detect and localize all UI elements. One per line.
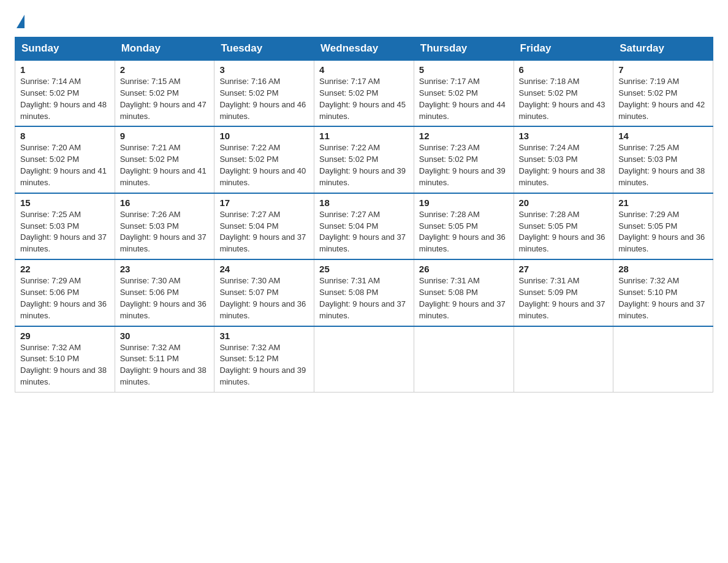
day-info: Sunrise: 7:24 AMSunset: 5:03 PMDaylight:…: [519, 143, 605, 187]
day-info: Sunrise: 7:22 AMSunset: 5:02 PMDaylight:…: [219, 143, 306, 187]
logo: [15, 15, 25, 29]
day-number: 24: [219, 264, 309, 274]
weekday-header-row: SundayMondayTuesdayWednesdayThursdayFrid…: [15, 37, 713, 61]
day-cell: [613, 326, 713, 393]
day-info: Sunrise: 7:19 AMSunset: 5:02 PMDaylight:…: [618, 77, 705, 121]
day-info: Sunrise: 7:29 AMSunset: 5:05 PMDaylight:…: [618, 210, 705, 254]
day-info: Sunrise: 7:20 AMSunset: 5:02 PMDaylight:…: [20, 143, 107, 187]
day-number: 25: [319, 264, 409, 274]
day-info: Sunrise: 7:32 AMSunset: 5:10 PMDaylight:…: [618, 276, 705, 320]
day-cell: 31 Sunrise: 7:32 AMSunset: 5:12 PMDaylig…: [214, 326, 314, 393]
day-number: 29: [20, 331, 110, 341]
day-cell: 29 Sunrise: 7:32 AMSunset: 5:10 PMDaylig…: [15, 326, 115, 393]
day-number: 5: [419, 64, 509, 75]
day-number: 4: [319, 64, 409, 75]
week-row-3: 15 Sunrise: 7:25 AMSunset: 5:03 PMDaylig…: [15, 193, 713, 259]
day-number: 27: [519, 264, 609, 274]
day-number: 26: [419, 264, 509, 274]
day-number: 22: [20, 264, 110, 274]
day-cell: 9 Sunrise: 7:21 AMSunset: 5:02 PMDayligh…: [115, 126, 214, 193]
weekday-header-friday: Friday: [514, 37, 613, 61]
day-cell: 26 Sunrise: 7:31 AMSunset: 5:08 PMDaylig…: [414, 259, 514, 326]
weekday-header-thursday: Thursday: [414, 37, 514, 61]
day-cell: 14 Sunrise: 7:25 AMSunset: 5:03 PMDaylig…: [613, 126, 713, 193]
day-cell: 19 Sunrise: 7:28 AMSunset: 5:05 PMDaylig…: [414, 193, 514, 259]
day-info: Sunrise: 7:28 AMSunset: 5:05 PMDaylight:…: [419, 210, 506, 254]
day-cell: 12 Sunrise: 7:23 AMSunset: 5:02 PMDaylig…: [414, 126, 514, 193]
day-info: Sunrise: 7:25 AMSunset: 5:03 PMDaylight:…: [20, 210, 107, 254]
day-cell: 10 Sunrise: 7:22 AMSunset: 5:02 PMDaylig…: [214, 126, 314, 193]
day-number: 23: [120, 264, 210, 274]
day-cell: 22 Sunrise: 7:29 AMSunset: 5:06 PMDaylig…: [15, 259, 115, 326]
day-number: 9: [120, 131, 210, 141]
day-cell: 25 Sunrise: 7:31 AMSunset: 5:08 PMDaylig…: [314, 259, 414, 326]
day-info: Sunrise: 7:27 AMSunset: 5:04 PMDaylight:…: [219, 210, 306, 254]
day-cell: 17 Sunrise: 7:27 AMSunset: 5:04 PMDaylig…: [214, 193, 314, 259]
day-number: 28: [618, 264, 708, 274]
day-cell: 1 Sunrise: 7:14 AMSunset: 5:02 PMDayligh…: [15, 60, 115, 126]
day-info: Sunrise: 7:31 AMSunset: 5:08 PMDaylight:…: [319, 276, 406, 320]
day-cell: 8 Sunrise: 7:20 AMSunset: 5:02 PMDayligh…: [15, 126, 115, 193]
day-number: 31: [219, 331, 309, 341]
day-info: Sunrise: 7:27 AMSunset: 5:04 PMDaylight:…: [319, 210, 406, 254]
day-cell: 4 Sunrise: 7:17 AMSunset: 5:02 PMDayligh…: [314, 60, 414, 126]
day-number: 21: [618, 197, 708, 208]
day-cell: 2 Sunrise: 7:15 AMSunset: 5:02 PMDayligh…: [115, 60, 214, 126]
day-cell: 13 Sunrise: 7:24 AMSunset: 5:03 PMDaylig…: [514, 126, 613, 193]
weekday-header-saturday: Saturday: [613, 37, 713, 61]
day-number: 19: [419, 197, 509, 208]
weekday-header-tuesday: Tuesday: [214, 37, 314, 61]
day-number: 2: [120, 64, 210, 75]
day-number: 12: [419, 131, 509, 141]
day-cell: 3 Sunrise: 7:16 AMSunset: 5:02 PMDayligh…: [214, 60, 314, 126]
day-info: Sunrise: 7:22 AMSunset: 5:02 PMDaylight:…: [319, 143, 406, 187]
day-cell: 28 Sunrise: 7:32 AMSunset: 5:10 PMDaylig…: [613, 259, 713, 326]
day-cell: 24 Sunrise: 7:30 AMSunset: 5:07 PMDaylig…: [214, 259, 314, 326]
week-row-4: 22 Sunrise: 7:29 AMSunset: 5:06 PMDaylig…: [15, 259, 713, 326]
day-number: 17: [219, 197, 309, 208]
day-cell: [314, 326, 414, 393]
day-cell: 16 Sunrise: 7:26 AMSunset: 5:03 PMDaylig…: [115, 193, 214, 259]
day-number: 1: [20, 64, 110, 75]
day-info: Sunrise: 7:32 AMSunset: 5:11 PMDaylight:…: [120, 343, 207, 387]
calendar-table: SundayMondayTuesdayWednesdayThursdayFrid…: [15, 37, 713, 393]
weekday-header-sunday: Sunday: [15, 37, 115, 61]
day-info: Sunrise: 7:23 AMSunset: 5:02 PMDaylight:…: [419, 143, 506, 187]
week-row-2: 8 Sunrise: 7:20 AMSunset: 5:02 PMDayligh…: [15, 126, 713, 193]
day-info: Sunrise: 7:18 AMSunset: 5:02 PMDaylight:…: [519, 77, 605, 121]
day-number: 3: [219, 64, 309, 75]
day-info: Sunrise: 7:14 AMSunset: 5:02 PMDaylight:…: [20, 77, 107, 121]
day-number: 6: [519, 64, 609, 75]
day-cell: 27 Sunrise: 7:31 AMSunset: 5:09 PMDaylig…: [514, 259, 613, 326]
day-info: Sunrise: 7:28 AMSunset: 5:05 PMDaylight:…: [519, 210, 605, 254]
day-cell: 21 Sunrise: 7:29 AMSunset: 5:05 PMDaylig…: [613, 193, 713, 259]
day-info: Sunrise: 7:30 AMSunset: 5:06 PMDaylight:…: [120, 276, 207, 320]
day-info: Sunrise: 7:31 AMSunset: 5:08 PMDaylight:…: [419, 276, 506, 320]
day-info: Sunrise: 7:26 AMSunset: 5:03 PMDaylight:…: [120, 210, 207, 254]
day-info: Sunrise: 7:16 AMSunset: 5:02 PMDaylight:…: [219, 77, 306, 121]
day-number: 13: [519, 131, 609, 141]
day-cell: [514, 326, 613, 393]
day-info: Sunrise: 7:15 AMSunset: 5:02 PMDaylight:…: [120, 77, 207, 121]
weekday-header-monday: Monday: [115, 37, 214, 61]
day-info: Sunrise: 7:17 AMSunset: 5:02 PMDaylight:…: [419, 77, 506, 121]
day-number: 30: [120, 331, 210, 341]
day-number: 11: [319, 131, 409, 141]
page-header: [15, 15, 713, 29]
day-number: 7: [618, 64, 708, 75]
day-number: 20: [519, 197, 609, 208]
logo-triangle-icon: [17, 15, 25, 28]
day-number: 16: [120, 197, 210, 208]
day-info: Sunrise: 7:21 AMSunset: 5:02 PMDaylight:…: [120, 143, 207, 187]
day-info: Sunrise: 7:31 AMSunset: 5:09 PMDaylight:…: [519, 276, 605, 320]
day-cell: 6 Sunrise: 7:18 AMSunset: 5:02 PMDayligh…: [514, 60, 613, 126]
day-cell: 20 Sunrise: 7:28 AMSunset: 5:05 PMDaylig…: [514, 193, 613, 259]
day-cell: 23 Sunrise: 7:30 AMSunset: 5:06 PMDaylig…: [115, 259, 214, 326]
day-number: 10: [219, 131, 309, 141]
day-cell: 30 Sunrise: 7:32 AMSunset: 5:11 PMDaylig…: [115, 326, 214, 393]
day-cell: 7 Sunrise: 7:19 AMSunset: 5:02 PMDayligh…: [613, 60, 713, 126]
day-cell: 5 Sunrise: 7:17 AMSunset: 5:02 PMDayligh…: [414, 60, 514, 126]
day-cell: 18 Sunrise: 7:27 AMSunset: 5:04 PMDaylig…: [314, 193, 414, 259]
day-info: Sunrise: 7:17 AMSunset: 5:02 PMDaylight:…: [319, 77, 406, 121]
week-row-5: 29 Sunrise: 7:32 AMSunset: 5:10 PMDaylig…: [15, 326, 713, 393]
